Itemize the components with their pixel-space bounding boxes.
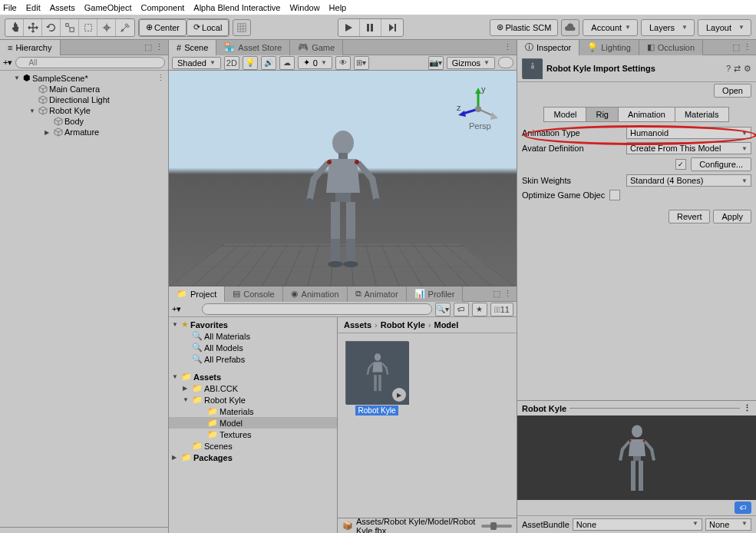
import-tab-materials[interactable]: Materials	[675, 107, 729, 122]
assetbundle-variant-dropdown[interactable]: None▼	[705, 518, 751, 531]
tab-project[interactable]: 📁Project	[169, 286, 225, 302]
pivot-toggle[interactable]: ⊕Center	[139, 19, 187, 36]
avatar-def-dropdown[interactable]: Create From This Model▼	[626, 142, 751, 154]
import-tab-animation[interactable]: Animation	[618, 107, 675, 122]
tab-profiler[interactable]: 📊Profiler	[407, 286, 464, 302]
menu-dots-icon[interactable]: ⋮	[157, 73, 165, 83]
tab-inspector[interactable]: ⓘInspector	[517, 40, 579, 55]
step-button-icon[interactable]	[381, 19, 403, 36]
configure-button[interactable]: Configure...	[691, 157, 751, 171]
hierarchy-item[interactable]: Directional Light	[0, 94, 168, 105]
hidden-items-toggle[interactable]: 👁̶11	[490, 303, 513, 316]
project-search-input[interactable]	[202, 303, 432, 315]
favorite-item[interactable]: 🔍All Prefabs	[169, 353, 337, 365]
breadcrumb-item[interactable]: Assets	[344, 320, 371, 329]
packages-header[interactable]: ▶📁Packages	[169, 452, 337, 463]
anim-type-dropdown[interactable]: Humanoid▼	[626, 127, 751, 139]
shading-dropdown[interactable]: Shaded▼	[172, 57, 221, 69]
panel-menu[interactable]: ⬚⋮	[488, 289, 517, 299]
folder-item[interactable]: ▶📁ABI.CCK	[169, 382, 337, 394]
hierarchy-item[interactable]: ▶Armature	[0, 127, 168, 137]
grid-toggle-icon[interactable]: ⊞▾	[354, 56, 369, 70]
apply-button[interactable]: Apply	[713, 210, 751, 223]
tab-hierarchy[interactable]: ≡ Hierarchy	[0, 40, 61, 55]
presets-icon[interactable]: ⇄	[734, 64, 741, 74]
rotate-tool-icon[interactable]	[42, 19, 61, 36]
account-dropdown[interactable]: Account▼	[583, 19, 638, 36]
fold-toggle-icon[interactable]: ▶	[183, 385, 190, 392]
menu-abi[interactable]: Alpha Blend Interactive	[193, 3, 280, 12]
fx-toggle-icon[interactable]: ☁	[279, 56, 295, 70]
menu-gameobject[interactable]: GameObject	[84, 3, 132, 12]
transform-tool-icon[interactable]	[97, 19, 116, 36]
fold-toggle-icon[interactable]: ▶	[45, 129, 52, 136]
search-by-label-icon[interactable]: 🏷	[454, 303, 469, 316]
assets-header[interactable]: ▼📁Assets	[169, 371, 337, 382]
breadcrumb-item[interactable]: Robot Kyle	[381, 320, 425, 329]
menu-help[interactable]: Help	[329, 3, 347, 12]
menu-dots-icon[interactable]: ⋮	[743, 403, 751, 413]
scale-tool-icon[interactable]	[61, 19, 79, 36]
rect-tool-icon[interactable]	[79, 19, 97, 36]
folder-item[interactable]: ▼📁Robot Kyle	[169, 394, 337, 406]
hidden-toggle-icon[interactable]: 👁	[335, 56, 351, 70]
panel-menu[interactable]: ⋮	[499, 42, 517, 52]
favorite-item[interactable]: 🔍All Models	[169, 342, 337, 353]
create-dropdown[interactable]: +▾	[3, 58, 12, 68]
hierarchy-search-input[interactable]	[15, 57, 165, 68]
preview-header[interactable]: Robot Kyle ⋮	[517, 401, 756, 415]
custom-tool-icon[interactable]	[116, 19, 134, 36]
fold-toggle-icon[interactable]: ▼	[183, 396, 190, 403]
scene-viewport[interactable]: y z Persp	[169, 71, 517, 286]
folder-item[interactable]: 📁Materials	[169, 406, 337, 417]
cloud-button-icon[interactable]	[561, 19, 579, 36]
folder-item[interactable]: 📁Model	[169, 417, 337, 429]
open-button[interactable]: Open	[714, 84, 751, 98]
tab-console[interactable]: ▤Console	[225, 286, 282, 302]
save-search-icon[interactable]: ★	[472, 303, 487, 316]
breadcrumb-item[interactable]: Model	[434, 320, 458, 329]
import-tab-rig[interactable]: Rig	[586, 107, 619, 122]
hand-tool-icon[interactable]	[5, 19, 24, 36]
tab-game[interactable]: 🎮Game	[290, 40, 343, 55]
orientation-gizmo[interactable]: y z Persp	[455, 86, 501, 132]
assetbundle-dropdown[interactable]: None▼	[573, 518, 702, 531]
tab-animator[interactable]: ⧉Animator	[348, 286, 407, 302]
hierarchy-item[interactable]: ▼⬢SampleScene*⋮	[0, 72, 168, 84]
gizmos-dropdown[interactable]: Gizmos▼	[447, 57, 495, 69]
import-tab-model[interactable]: Model	[543, 107, 586, 122]
tab-asset-store[interactable]: 🏪Asset Store	[216, 40, 290, 55]
thumbnail-size-slider[interactable]	[481, 525, 512, 528]
space-toggle[interactable]: ⟳Local	[187, 19, 229, 36]
snap-toggle-icon[interactable]	[233, 19, 251, 36]
revert-button[interactable]: Revert	[669, 210, 710, 223]
menu-window[interactable]: Window	[289, 3, 319, 12]
menu-assets[interactable]: Assets	[50, 3, 75, 12]
mode-2d-toggle[interactable]: 2D	[224, 56, 239, 70]
preview-viewport[interactable]	[517, 415, 756, 500]
move-tool-icon[interactable]	[24, 19, 42, 36]
fx-dropdown[interactable]: ✦0▼	[298, 56, 332, 69]
help-icon[interactable]: ?	[726, 64, 731, 74]
asset-item[interactable]: ▶ Robot Kyle	[345, 341, 408, 415]
search-by-type-icon[interactable]: 🔍▾	[435, 303, 451, 316]
play-preview-icon[interactable]: ▶	[392, 388, 406, 402]
create-dropdown[interactable]: +▾	[172, 304, 181, 314]
layout-dropdown[interactable]: Layout▼	[698, 19, 751, 36]
folder-item[interactable]: 📁Textures	[169, 429, 337, 440]
camera-toggle-icon[interactable]: 📷▾	[428, 56, 444, 70]
fold-toggle-icon[interactable]: ▼	[29, 108, 37, 114]
tab-occlusion[interactable]: ◧Occlusion	[639, 40, 703, 55]
lighting-toggle-icon[interactable]: 💡	[243, 56, 258, 70]
settings-icon[interactable]: ⚙	[744, 64, 751, 74]
favorite-item[interactable]: 🔍All Materials	[169, 330, 337, 342]
vcs-button[interactable]: ⊛Plastic SCM	[490, 19, 558, 36]
menu-edit[interactable]: Edit	[26, 3, 41, 12]
play-button-icon[interactable]	[338, 19, 360, 36]
scene-search-input[interactable]	[498, 57, 513, 68]
menu-component[interactable]: Component	[140, 3, 184, 12]
fold-toggle-icon[interactable]: ▼	[14, 74, 21, 81]
tab-scene[interactable]: #Scene	[169, 40, 216, 55]
asset-label-tag-icon[interactable]: 🏷	[735, 502, 751, 514]
skin-weights-dropdown[interactable]: Standard (4 Bones)▼	[626, 174, 751, 187]
